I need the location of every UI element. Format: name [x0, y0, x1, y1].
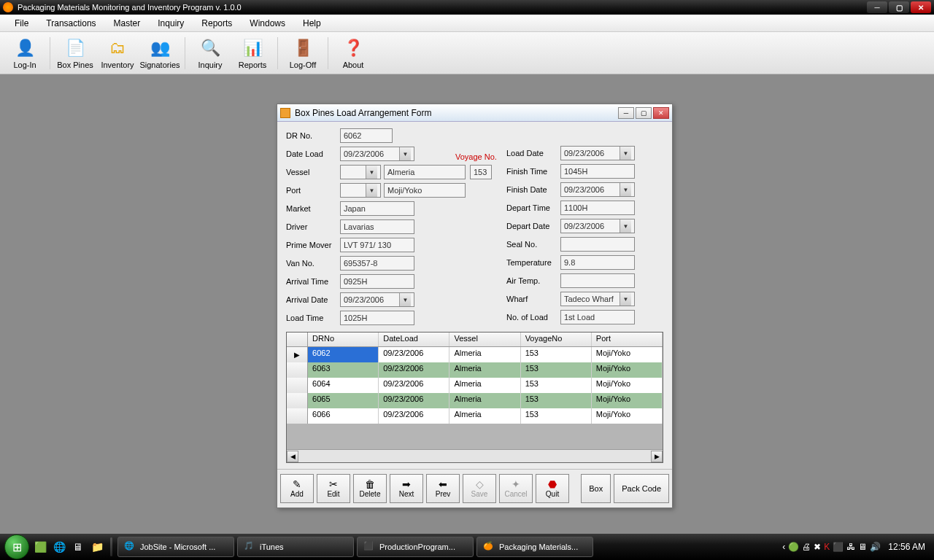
- col-dateload[interactable]: DateLoad: [379, 332, 449, 346]
- tray-expand-icon[interactable]: ‹: [782, 542, 785, 552]
- menu-windows[interactable]: Windows: [241, 16, 294, 31]
- temperature-input[interactable]: [560, 255, 635, 270]
- quicklaunch-item[interactable]: 🟩: [32, 538, 48, 556]
- col-voyageno[interactable]: VoyageNo: [521, 332, 592, 346]
- arrival-time-input[interactable]: [340, 274, 414, 289]
- taskbar-task[interactable]: ⬛ProductionProgram...: [357, 537, 474, 557]
- form-minimize-button[interactable]: ─: [618, 107, 634, 119]
- vessel-code-combo[interactable]: ▼: [340, 165, 381, 179]
- menu-transactions[interactable]: Transactions: [37, 16, 104, 31]
- wharf-combo[interactable]: Tadeco Wharf▼: [560, 292, 635, 306]
- port-code-combo[interactable]: ▼: [340, 183, 381, 198]
- toolbar: 👤Log-In 📄Box Pines 🗂Inventory 👥Signatori…: [0, 32, 934, 74]
- label-wharf: Wharf: [506, 295, 560, 303]
- form-close-button[interactable]: ✕: [653, 107, 669, 119]
- form-titlebar[interactable]: Box Pines Load Arrangement Form ─ ▢ ✕: [277, 104, 672, 122]
- no-of-load-input[interactable]: [560, 310, 635, 324]
- col-vessel[interactable]: Vessel: [449, 332, 520, 346]
- tray-icon[interactable]: 🖨: [802, 542, 811, 552]
- toolbar-inventory-button[interactable]: 🗂Inventory: [97, 34, 138, 72]
- network-icon[interactable]: 🖧: [846, 542, 855, 552]
- toolbar-reports-button[interactable]: 📊Reports: [232, 34, 273, 72]
- taskbar-task[interactable]: 🍊Packaging Materials...: [476, 537, 593, 557]
- form-maximize-button[interactable]: ▢: [636, 107, 652, 119]
- quicklaunch-item[interactable]: 🌐: [51, 538, 67, 556]
- label-finish-time: Finish Time: [506, 167, 560, 176]
- load-date-picker[interactable]: 09/23/2006▼: [560, 146, 635, 160]
- seal-no-input[interactable]: [560, 237, 635, 252]
- load-grid[interactable]: DRNo DateLoad Vessel VoyageNo Port ▶6062…: [286, 332, 663, 463]
- date-load-picker[interactable]: 09/23/2006▼: [340, 147, 414, 161]
- prime-mover-input[interactable]: [340, 238, 414, 252]
- van-no-input[interactable]: [340, 256, 414, 271]
- toolbar-inquiry-button[interactable]: 🔍Inquiry: [190, 34, 231, 72]
- taskbar-task[interactable]: 🎵iTunes: [237, 537, 354, 557]
- menu-inquiry[interactable]: Inquiry: [149, 16, 193, 31]
- finish-date-picker[interactable]: 09/23/2006▼: [560, 182, 635, 197]
- table-row[interactable]: 606509/23/2006Almeria153Moji/Yoko: [287, 393, 663, 408]
- market-input[interactable]: [340, 201, 414, 216]
- finish-time-input[interactable]: [560, 164, 635, 179]
- voyage-no-input[interactable]: [470, 165, 492, 179]
- menu-file[interactable]: File: [6, 16, 37, 31]
- quit-button[interactable]: ⬣Quit: [536, 474, 569, 503]
- dr-no-input[interactable]: [340, 128, 393, 143]
- col-port[interactable]: Port: [592, 332, 663, 346]
- menu-help[interactable]: Help: [294, 16, 330, 31]
- start-button[interactable]: ⊞: [4, 534, 29, 559]
- next-button[interactable]: ➡Next: [390, 474, 423, 503]
- quicklaunch-item[interactable]: 📁: [89, 538, 105, 556]
- box-button[interactable]: Box: [581, 474, 611, 503]
- tray-icon[interactable]: K: [824, 542, 830, 552]
- add-button[interactable]: ✎Add: [280, 474, 314, 503]
- vessel-name-input[interactable]: [384, 165, 466, 179]
- quicklaunch-item[interactable]: 🖥: [70, 538, 86, 556]
- minimize-button[interactable]: ─: [867, 1, 887, 13]
- pack-code-button[interactable]: Pack Code: [614, 474, 669, 503]
- tray-icon[interactable]: ✖: [814, 542, 821, 552]
- label-prime-mover: Prime Mover: [286, 241, 340, 249]
- cancel-button[interactable]: ✦Cancel: [499, 474, 533, 503]
- tray-icon[interactable]: ⬛: [833, 542, 844, 552]
- driver-input[interactable]: [340, 219, 414, 234]
- scroll-right-icon[interactable]: ▶: [651, 451, 663, 462]
- delete-button[interactable]: 🗑Delete: [353, 474, 387, 503]
- toolbar-boxpines-button[interactable]: 📄Box Pines: [55, 34, 96, 72]
- user-icon: 👤: [14, 37, 36, 59]
- label-depart-date: Depart Date: [506, 222, 560, 230]
- clock[interactable]: 12:56 AM: [884, 542, 930, 552]
- dropdown-arrow-icon: ▼: [399, 293, 411, 306]
- volume-icon[interactable]: 🔊: [870, 542, 881, 552]
- grid-horizontal-scrollbar[interactable]: ◀ ▶: [287, 449, 663, 462]
- load-time-input[interactable]: [340, 311, 414, 325]
- port-name-input[interactable]: [384, 183, 466, 198]
- menu-master[interactable]: Master: [105, 16, 150, 31]
- label-vessel: Vessel: [286, 168, 340, 176]
- depart-time-input[interactable]: [560, 201, 635, 215]
- table-row[interactable]: 606409/23/2006Almeria153Moji/Yoko: [287, 378, 663, 393]
- toolbar-signatories-button[interactable]: 👥Signatories: [139, 34, 180, 72]
- app-titlebar: Packaging Materials Monitoring and Inven…: [0, 0, 934, 15]
- table-row[interactable]: ▶606209/23/2006Almeria153Moji/Yoko: [287, 347, 663, 362]
- app-icon: [3, 2, 13, 12]
- table-row[interactable]: 606609/23/2006Almeria153Moji/Yoko: [287, 408, 663, 424]
- folder-icon: 🗂: [107, 37, 128, 59]
- toolbar-about-button[interactable]: ❓About: [333, 34, 374, 72]
- maximize-button[interactable]: ▢: [889, 1, 909, 13]
- taskbar-task[interactable]: 🌐JobSite - Microsoft ...: [117, 537, 234, 557]
- air-temp-input[interactable]: [560, 273, 635, 288]
- save-button[interactable]: ◇Save: [463, 474, 496, 503]
- close-button[interactable]: ✕: [911, 1, 931, 13]
- tray-icon[interactable]: 🖥: [858, 542, 867, 552]
- arrival-date-picker[interactable]: 09/23/2006▼: [340, 292, 414, 307]
- scroll-left-icon[interactable]: ◀: [287, 451, 298, 462]
- toolbar-login-button[interactable]: 👤Log-In: [4, 34, 45, 72]
- menu-reports[interactable]: Reports: [193, 16, 241, 31]
- edit-button[interactable]: ✂Edit: [317, 474, 350, 503]
- depart-date-picker[interactable]: 09/23/2006▼: [560, 219, 635, 233]
- table-row[interactable]: 606309/23/2006Almeria153Moji/Yoko: [287, 362, 663, 378]
- toolbar-logoff-button[interactable]: 🚪Log-Off: [282, 34, 323, 72]
- col-drno[interactable]: DRNo: [308, 332, 379, 346]
- tray-icon[interactable]: 🟢: [788, 542, 799, 552]
- prev-button[interactable]: ⬅Prev: [426, 474, 460, 503]
